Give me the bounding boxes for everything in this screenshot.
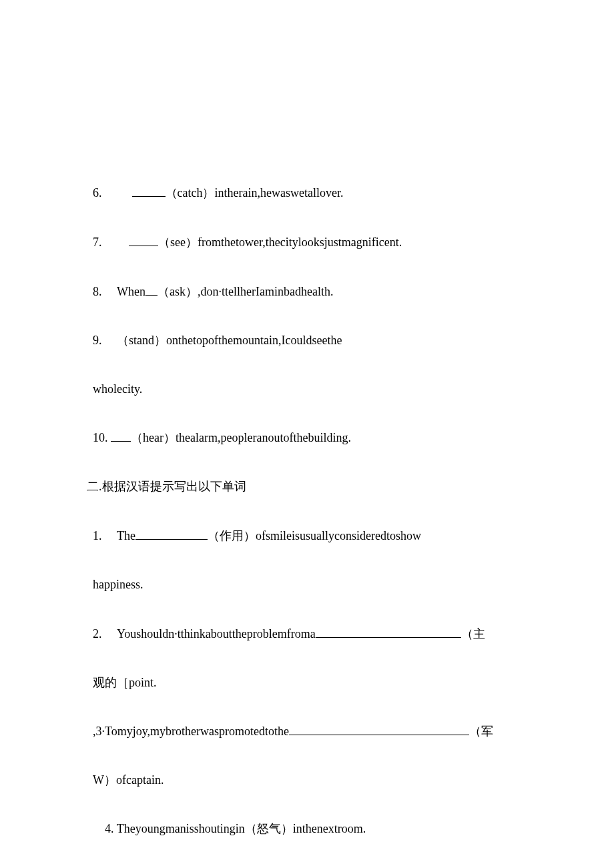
section-2-heading: 二.根据汉语提示写出以下单词: [75, 462, 539, 511]
fill-blank[interactable]: [129, 234, 158, 246]
fill-blank[interactable]: [135, 527, 208, 540]
item-cont: wholecity.: [93, 382, 142, 396]
section-1: 6. （catch）intherain,hewaswetallover. 7. …: [75, 168, 539, 462]
fill-blank[interactable]: [132, 184, 166, 197]
item-number: 2.: [93, 627, 105, 640]
item-text: （stand）onthetopofthemountain,Icouldseeth…: [105, 334, 342, 347]
item-s2-2: 2. Youshouldn·tthinkabouttheproblemfroma…: [75, 608, 539, 658]
item-text: [105, 236, 129, 249]
item-text: Theyoungmanisshoutingin（怒气）inthenextroom…: [114, 822, 366, 835]
item-7: 7. （see）fromthetower,thecitylooksjustmag…: [75, 218, 539, 267]
heading-text: 二.根据汉语提示写出以下单词: [87, 480, 246, 493]
item-number: 7.: [93, 236, 105, 249]
item-cont: happiness.: [93, 578, 143, 591]
item-number: 8.: [93, 285, 105, 298]
item-text: Tomyjoy,mybrotherwaspromotedtothe: [105, 725, 289, 738]
item-s2-1-cont: happiness.: [75, 560, 539, 609]
item-number: 9.: [93, 334, 105, 347]
item-text: Youshouldn·tthinkabouttheproblemfroma: [105, 627, 316, 640]
item-tail: （ask）,don·ttellherIaminbadhealth.: [158, 285, 333, 298]
item-10: 10. （hear）thealarm,peopleranoutofthebuil…: [75, 413, 539, 462]
item-text: When: [105, 285, 145, 298]
item-tail: （作用）ofsmileisusuallyconsideredtoshow: [208, 529, 421, 542]
item-tail: （军: [469, 725, 493, 738]
fill-blank[interactable]: [145, 283, 158, 296]
item-8: 8. When（ask）,don·ttellherIaminbadhealth.: [75, 267, 539, 316]
item-s2-3-cont: W）ofcaptain.: [75, 756, 539, 805]
item-9: 9. （stand）onthetopofthemountain,Icouldse…: [75, 316, 539, 364]
item-cont: W）ofcaptain.: [93, 773, 164, 787]
item-cont: 观的［point.: [93, 676, 157, 689]
item-text: [105, 186, 132, 199]
item-number: 10.: [93, 431, 111, 444]
item-s2-2-cont: 观的［point.: [75, 658, 539, 707]
fill-blank[interactable]: [111, 429, 131, 442]
item-tail: （hear）thealarm,peopleranoutofthebuilding…: [131, 431, 351, 444]
item-s2-5: 5. ThelittlegirlWore （假的）hairtothedance.: [75, 853, 539, 868]
item-tail: （see）fromthetower,thecitylooksjustmagnif…: [158, 236, 402, 249]
fill-blank[interactable]: [316, 625, 461, 638]
item-number: 6.: [93, 186, 105, 199]
item-number: ,3·: [93, 725, 105, 738]
item-s2-4: 4. Theyoungmanisshoutingin（怒气）inthenextr…: [75, 805, 539, 853]
worksheet-page: 6. （catch）intherain,hewaswetallover. 7. …: [0, 0, 614, 868]
item-s2-1: 1. The（作用）ofsmileisusuallyconsideredtosh…: [75, 511, 539, 560]
item-number: 1.: [93, 529, 105, 542]
section-2: 1. The（作用）ofsmileisusuallyconsideredtosh…: [75, 511, 539, 868]
fill-blank[interactable]: [289, 723, 469, 735]
item-6: 6. （catch）intherain,hewaswetallover.: [75, 168, 539, 218]
item-text: The: [105, 529, 135, 542]
item-tail: （主: [461, 627, 485, 640]
item-9-cont: wholecity.: [75, 364, 539, 413]
item-tail: （catch）intherain,hewaswetallover.: [166, 186, 344, 199]
item-s2-3: ,3·Tomyjoy,mybrotherwaspromotedtothe（军: [75, 707, 539, 756]
item-number: 4.: [93, 822, 114, 835]
